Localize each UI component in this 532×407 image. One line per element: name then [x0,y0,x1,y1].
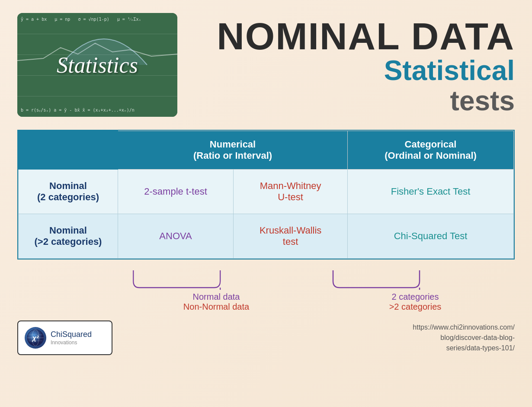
sub-title: Statistical [195,55,515,86]
stats-title-text: Statistics [57,52,138,78]
stats-table: Numerical (Ratio or Interval) Categorica… [18,131,514,259]
data-table: Numerical (Ratio or Interval) Categorica… [17,130,515,260]
svg-text:χ²: χ² [32,334,39,342]
numerical-bracket: Normal data Non-Normal data [117,268,316,312]
row2-non-normal-cell: Kruskall-Wallis test [234,214,348,259]
bracket-section: Normal data Non-Normal data 2 categories… [17,268,515,312]
row1-non-normal-text: Mann-Whitney U-test [260,180,321,202]
categorical-label1: 2 categories [389,292,442,302]
row2-numerical-cell: ANOVA [118,214,234,259]
header-categorical: Categorical (Ordinal or Nominal) [348,131,514,170]
row1-categorical-text: Fisher's Exact Test [391,186,471,197]
categorical-bracket-labels: 2 categories >2 categories [389,292,442,312]
row1-numerical-text: 2-sample t-test [144,186,207,197]
logo-box: χ² ChiSquared Innovations [17,320,112,355]
categorical-bracket: 2 categories >2 categories [316,268,515,312]
row1-non-normal-cell: Mann-Whitney U-test [234,170,348,214]
bracket-spacer [17,268,117,312]
table-row-1: Nominal (2 categories) 2-sample t-test M… [19,170,514,214]
numerical-bracket-svg [125,268,307,290]
row2-non-normal-text: Kruskall-Wallis test [260,225,321,247]
table-header-row: Numerical (Ratio or Interval) Categorica… [19,131,514,170]
categorical-header-text: Categorical (Ordinal or Nominal) [385,139,477,161]
table-row-2: Nominal (>2 categories) ANOVA Kruskall-W… [19,214,514,259]
title-area: NOMINAL DATA Statistical tests [177,13,515,116]
numerical-label2: Non-Normal data [183,302,249,312]
numerical-bracket-labels: Normal data Non-Normal data [183,292,249,312]
logo-name: ChiSquared [51,330,92,340]
categorical-label2: >2 categories [389,302,442,312]
row2-header-text: Nominal (>2 categories) [35,225,102,247]
row2-categorical-text: Chi-Squared Test [394,231,468,241]
header-empty-cell [19,131,118,170]
row1-header-text: Nominal (2 categories) [37,180,99,202]
logo-text: ChiSquared Innovations [51,330,92,346]
numerical-label1: Normal data [183,292,249,302]
row2-numerical-text: ANOVA [159,231,192,241]
url-text: https://www.chi2innovations.com/blog/dis… [413,322,515,353]
page-container: ŷ = a + bx μ = np σ = √np(1-p) μ = ¹⁄ₙΣx… [0,0,532,407]
row1-numerical-cell: 2-sample t-test [118,170,234,214]
header-numerical: Numerical (Ratio or Interval) [118,131,348,170]
main-title: NOMINAL DATA [195,17,515,55]
formula-top: ŷ = a + bx μ = np σ = √np(1-p) μ = ¹⁄ₙΣx… [21,16,174,22]
header: ŷ = a + bx μ = np σ = √np(1-p) μ = ¹⁄ₙΣx… [17,13,515,117]
statistics-image: ŷ = a + bx μ = np σ = √np(1-p) μ = ¹⁄ₙΣx… [17,13,177,117]
row2-header: Nominal (>2 categories) [19,214,118,259]
footer: χ² ChiSquared Innovations https://www.ch… [17,320,515,355]
categorical-bracket-svg [324,268,506,290]
numerical-header-text: Numerical (Ratio or Interval) [193,139,272,161]
row1-header: Nominal (2 categories) [19,170,118,214]
sub-title2: tests [195,86,515,116]
logo-icon: χ² [25,327,46,349]
logo-sub: Innovations [51,340,92,346]
row1-categorical-cell: Fisher's Exact Test [348,170,514,214]
formula-bottom: b = r(sᵧ/sₓ) a = ȳ - bx̄ x̄ = (x₁+x₂+...… [21,107,174,113]
row2-categorical-cell: Chi-Squared Test [348,214,514,259]
